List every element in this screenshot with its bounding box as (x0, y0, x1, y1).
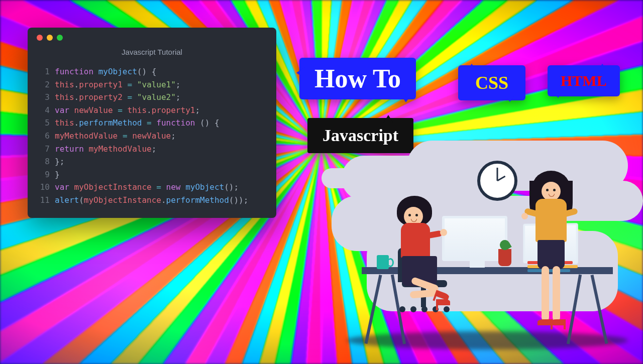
line-number: 10 (37, 181, 50, 194)
code-line: 9} (37, 168, 267, 181)
code-line-content: myMethodValue = newValue; (55, 130, 176, 143)
tag-how-to: How To (299, 58, 416, 99)
minimize-icon (47, 35, 53, 41)
close-icon (37, 35, 43, 41)
line-number: 11 (37, 194, 50, 207)
code-line: 3 this.property2 = "value2"; (37, 91, 267, 104)
code-line: 5 this.performMethod = function () { (37, 116, 267, 130)
code-line-content: function myObject() { (55, 65, 156, 78)
line-number: 6 (37, 130, 50, 143)
person-sitting (397, 196, 432, 226)
code-line: 2 this.property1 = "value1"; (37, 78, 267, 91)
code-line: 1function myObject() { (37, 65, 267, 78)
code-line: 8 }; (37, 155, 267, 168)
line-number: 3 (37, 91, 50, 104)
floor-shadow (347, 331, 628, 349)
code-editor-window: Javascript Tutorial 1function myObject()… (28, 28, 276, 218)
line-number: 4 (37, 104, 50, 117)
code-line: 4 var newValue = this.property1; (37, 104, 267, 117)
monitor-icon (442, 216, 507, 261)
workspace-illustration (327, 141, 638, 361)
clock-icon (477, 161, 517, 201)
code-line-content: this.performMethod = function () { (55, 116, 220, 130)
window-traffic-lights (37, 35, 267, 41)
code-line-content: var newValue = this.property1; (55, 104, 200, 117)
maximize-icon (57, 35, 63, 41)
line-number: 1 (37, 65, 50, 78)
code-line: 7 return myMethodValue; (37, 143, 267, 156)
tag-css: CSS (458, 65, 525, 100)
code-line-content: var myObjectInstance = new myObject(); (55, 181, 239, 194)
code-line-content: return myMethodValue; (55, 143, 156, 156)
tag-html: HTML (548, 65, 620, 96)
code-line-content: this.property2 = "value2"; (55, 91, 181, 104)
line-number: 2 (37, 78, 50, 91)
code-line: 6 myMethodValue = newValue; (37, 130, 267, 143)
plant-icon (498, 249, 511, 266)
code-line: 11alert(myObjectInstance.performMethod()… (37, 194, 267, 207)
line-number: 7 (37, 143, 50, 156)
code-line-content: alert(myObjectInstance.performMethod()); (55, 194, 248, 207)
line-number: 8 (37, 155, 50, 168)
mug-icon (377, 255, 389, 269)
code-line: 10var myObjectInstance = new myObject(); (37, 181, 267, 194)
code-line-content: this.property1 = "value1"; (55, 78, 181, 91)
line-number: 5 (37, 116, 50, 130)
editor-title: Javascript Tutorial (37, 48, 267, 56)
person-standing (532, 171, 570, 203)
line-number: 9 (37, 168, 50, 181)
code-line-content: } (55, 168, 60, 181)
code-line-content: }; (55, 155, 64, 168)
code-block: 1function myObject() {2 this.property1 =… (37, 65, 267, 207)
